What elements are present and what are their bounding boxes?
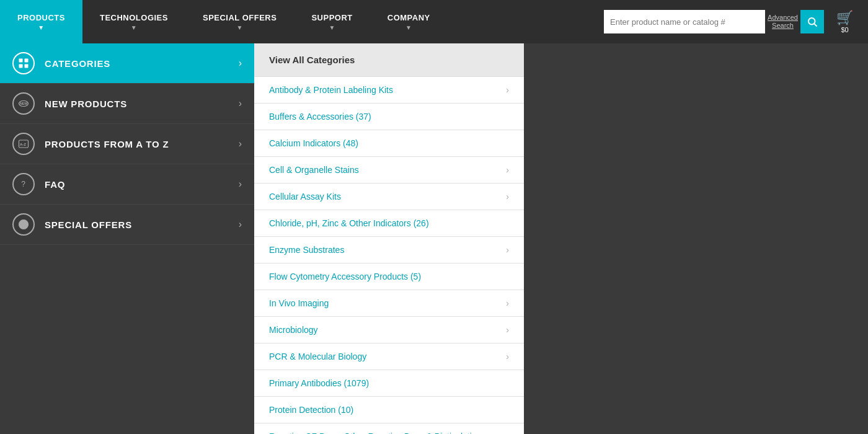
dropdown-item-label: Primary Antibodies (1079): [269, 378, 369, 388]
dropdown-item-arrow: ›: [506, 245, 509, 255]
svg-text:NEW: NEW: [20, 102, 27, 105]
search-input[interactable]: [604, 10, 765, 33]
faq-arrow: ›: [239, 179, 242, 190]
dropdown-item[interactable]: Protein Detection (10): [254, 397, 524, 423]
search-box-container: AdvancedSearch: [604, 10, 824, 33]
special-icon: [18, 219, 29, 230]
dropdown-item[interactable]: Cell & Organelle Stains›: [254, 157, 524, 184]
atoz-icon-circle: A-Z: [12, 133, 35, 155]
dropdown-item-label: PCR & Molecular Biology: [269, 352, 366, 361]
categories-dropdown: View All Categories Antibody & Protein L…: [254, 43, 524, 434]
dropdown-item-label: Protein Detection (10): [269, 405, 353, 415]
nav-company[interactable]: COMPANY ▼: [370, 0, 448, 43]
dropdown-item-label: Cellular Assay Kits: [269, 192, 341, 202]
search-icon: [807, 16, 818, 27]
top-navigation: PRODUCTS ▼ TECHNOLOGIES ▼ SPECIAL OFFERS…: [0, 0, 868, 43]
grid-icon: [18, 58, 29, 69]
dropdown-item-label: Chloride, pH, Zinc & Other Indicators (2…: [269, 218, 429, 228]
faq-icon-circle: ?: [12, 173, 35, 195]
dropdown-item-arrow: ›: [506, 298, 509, 308]
atoz-icon: A-Z: [18, 138, 29, 149]
right-panel: [524, 43, 868, 434]
new-products-icon-circle: NEW: [12, 92, 35, 115]
nav-company-label: COMPANY: [388, 13, 430, 22]
categories-arrow: ›: [239, 58, 242, 69]
svg-line-1: [814, 24, 817, 26]
cart-icon: 🛒: [836, 10, 853, 26]
dropdown-item[interactable]: Calcium Indicators (48): [254, 130, 524, 157]
sidebar: CATEGORIES › NEW NEW PRODUCTS › A-Z PR: [0, 43, 254, 434]
sidebar-atoz-label: PRODUCTS FROM A TO Z: [45, 139, 239, 149]
dropdown-item-label: Calcium Indicators (48): [269, 138, 358, 148]
dropdown-item[interactable]: Reactive CF Dyes, Other Reactive Dyes & …: [254, 423, 524, 434]
dropdown-item[interactable]: PCR & Molecular Biology›: [254, 343, 524, 370]
svg-rect-5: [25, 64, 29, 68]
svg-text:A-Z: A-Z: [20, 143, 26, 146]
dropdown-item[interactable]: Primary Antibodies (1079): [254, 370, 524, 397]
categories-icon-circle: [12, 52, 35, 74]
nav-support-chevron: ▼: [329, 24, 335, 31]
dropdown-item-label: Cell & Organelle Stains: [269, 165, 359, 175]
dropdown-item-label: Microbiology: [269, 325, 318, 335]
dropdown-item[interactable]: In Vivo Imaging›: [254, 290, 524, 317]
dropdown-item-arrow: ›: [506, 85, 509, 95]
nav-support[interactable]: SUPPORT ▼: [294, 0, 370, 43]
dropdown-item-label: Enzyme Substrates: [269, 245, 344, 255]
new-icon: NEW: [18, 98, 29, 109]
svg-rect-4: [19, 64, 23, 68]
nav-technologies[interactable]: TECHNOLOGIES ▼: [82, 0, 185, 43]
main-content: CATEGORIES › NEW NEW PRODUCTS › A-Z PR: [0, 43, 868, 434]
svg-rect-3: [25, 59, 29, 63]
nav-products[interactable]: PRODUCTS ▼: [0, 0, 82, 43]
special-offers-arrow: ›: [239, 219, 242, 230]
nav-special-offers-label: SPECIAL OFFERS: [203, 13, 277, 22]
sidebar-item-new-products[interactable]: NEW NEW PRODUCTS ›: [0, 84, 254, 124]
sidebar-item-categories[interactable]: CATEGORIES ›: [0, 43, 254, 84]
dropdown-item[interactable]: Buffers & Accessories (37): [254, 104, 524, 130]
sidebar-new-products-label: NEW PRODUCTS: [45, 99, 239, 109]
cart-button[interactable]: 🛒 $0: [828, 10, 862, 33]
view-all-categories[interactable]: View All Categories: [254, 43, 524, 77]
dropdown-item[interactable]: Cellular Assay Kits›: [254, 184, 524, 210]
dropdown-item[interactable]: Flow Cytometry Accessory Products (5): [254, 264, 524, 290]
nav-technologies-chevron: ▼: [131, 24, 137, 31]
nav-special-offers-chevron: ▼: [236, 24, 242, 31]
nav-technologies-label: TECHNOLOGIES: [100, 13, 168, 22]
svg-text:?: ?: [21, 180, 25, 188]
sidebar-item-faq[interactable]: ? FAQ ›: [0, 164, 254, 205]
dropdown-items-container: Antibody & Protein Labeling Kits›Buffers…: [254, 77, 524, 434]
dropdown-item-label: In Vivo Imaging: [269, 298, 329, 308]
question-icon: ?: [18, 179, 29, 190]
dropdown-item-arrow: ›: [506, 165, 509, 175]
dropdown-item-label: Flow Cytometry Accessory Products (5): [269, 272, 421, 281]
nav-products-chevron: ▼: [38, 24, 44, 31]
dropdown-item[interactable]: Chloride, pH, Zinc & Other Indicators (2…: [254, 210, 524, 237]
dropdown-item-arrow: ›: [506, 325, 509, 335]
dropdown-item-label: Buffers & Accessories (37): [269, 112, 371, 122]
dropdown-item[interactable]: Microbiology›: [254, 317, 524, 343]
sidebar-categories-label: CATEGORIES: [45, 58, 239, 69]
nav-company-chevron: ▼: [405, 24, 412, 31]
special-offers-icon-circle: [12, 213, 35, 236]
dropdown-item-label: Antibody & Protein Labeling Kits: [269, 85, 393, 95]
dropdown-item[interactable]: Enzyme Substrates›: [254, 237, 524, 264]
dropdown-item-arrow: ›: [506, 352, 509, 361]
svg-point-0: [808, 18, 815, 25]
sidebar-item-products-atoz[interactable]: A-Z PRODUCTS FROM A TO Z ›: [0, 124, 254, 164]
new-products-arrow: ›: [239, 98, 242, 109]
dropdown-item-label: Reactive CF Dyes, Other Reactive Dyes & …: [269, 432, 506, 434]
atoz-arrow: ›: [239, 138, 242, 149]
nav-special-offers[interactable]: SPECIAL OFFERS ▼: [185, 0, 294, 43]
sidebar-item-special-offers[interactable]: SPECIAL OFFERS ›: [0, 205, 254, 245]
search-button[interactable]: [800, 10, 824, 33]
search-area: AdvancedSearch 🛒 $0: [598, 0, 868, 43]
nav-support-label: SUPPORT: [311, 13, 352, 22]
cart-total: $0: [841, 26, 848, 33]
svg-rect-2: [19, 59, 23, 63]
nav-products-label: PRODUCTS: [17, 13, 65, 22]
sidebar-faq-label: FAQ: [45, 179, 239, 190]
sidebar-special-offers-label: SPECIAL OFFERS: [45, 219, 239, 230]
dropdown-item[interactable]: Antibody & Protein Labeling Kits›: [254, 77, 524, 104]
dropdown-item-arrow: ›: [506, 192, 509, 202]
advanced-search-link[interactable]: AdvancedSearch: [768, 14, 798, 30]
